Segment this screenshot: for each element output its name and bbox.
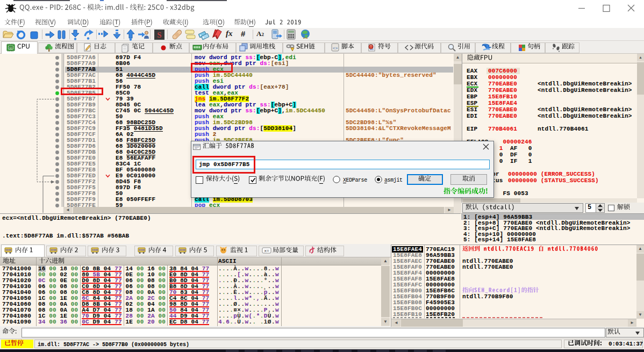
svg-text:x=: x= xyxy=(264,248,269,253)
